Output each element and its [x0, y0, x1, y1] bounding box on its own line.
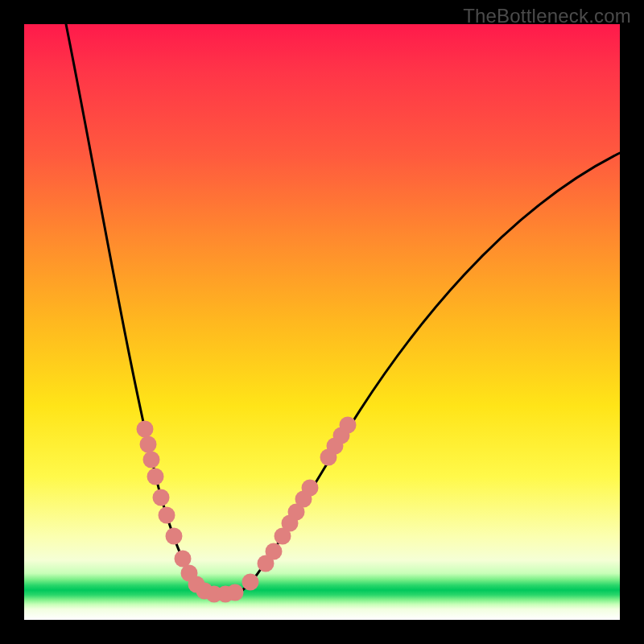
data-dot: [140, 436, 157, 453]
data-dot: [340, 417, 357, 434]
dots-group: [137, 417, 357, 603]
data-dot: [227, 584, 244, 601]
data-dot: [137, 421, 154, 438]
data-dot: [147, 469, 164, 485]
watermark-text: TheBottleneck.com: [463, 5, 631, 27]
data-dot: [159, 507, 175, 524]
data-dot: [266, 543, 283, 560]
plot-area: [24, 24, 620, 620]
data-dot: [143, 452, 160, 469]
data-dot: [175, 551, 192, 568]
data-dot: [302, 480, 319, 497]
data-dot: [153, 489, 170, 506]
chart-frame: TheBottleneck.com: [0, 0, 644, 644]
data-dot: [166, 528, 183, 545]
bottleneck-curve: [66, 24, 620, 594]
data-dot: [242, 574, 259, 591]
curve-svg: [24, 24, 620, 620]
